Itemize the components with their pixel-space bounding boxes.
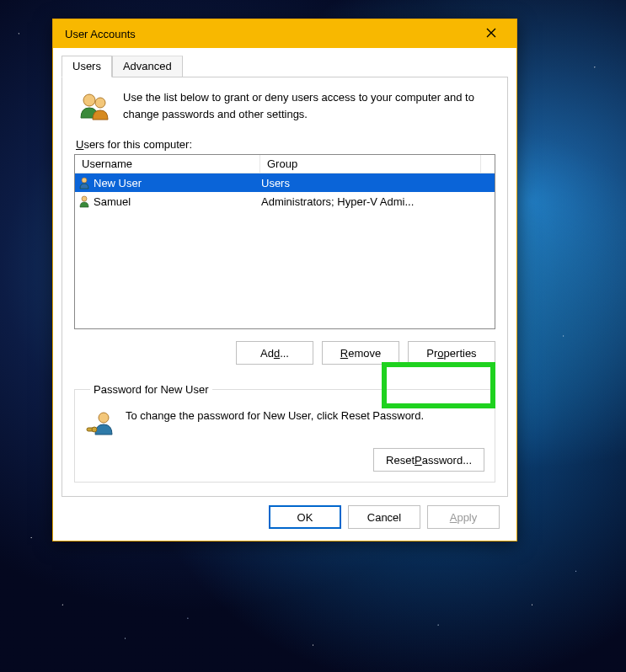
- column-header-username[interactable]: Username: [75, 155, 260, 173]
- tab-panel-users: Use the list below to grant or deny user…: [62, 77, 508, 497]
- titlebar[interactable]: User Accounts: [53, 19, 516, 48]
- apply-button[interactable]: Apply: [427, 505, 500, 529]
- tab-advanced[interactable]: Advanced: [112, 56, 183, 77]
- users-list-label: Users for this computer:: [76, 138, 495, 151]
- column-spacer: [481, 155, 495, 173]
- svg-point-6: [92, 427, 97, 432]
- svg-point-1: [95, 98, 105, 108]
- column-header-group[interactable]: Group: [260, 155, 481, 173]
- close-icon: [486, 28, 496, 40]
- cell-group: Administrators; Hyper-V Admi...: [260, 195, 495, 208]
- svg-point-2: [82, 178, 87, 183]
- listview-headers: Username Group: [75, 155, 495, 173]
- svg-point-0: [83, 94, 95, 106]
- svg-point-3: [82, 196, 87, 201]
- users-listview[interactable]: Username Group New UserUsersSamuelAdmini…: [74, 154, 495, 329]
- cancel-button[interactable]: Cancel: [348, 505, 420, 529]
- properties-button[interactable]: Properties: [408, 341, 495, 365]
- password-group-legend: Password for New User: [90, 383, 212, 396]
- table-row[interactable]: New UserUsers: [75, 173, 495, 192]
- user-icon: [78, 176, 91, 189]
- user-icon: [78, 195, 91, 208]
- password-help-text: To change the password for New User, cli…: [126, 408, 424, 424]
- ok-button[interactable]: OK: [269, 505, 341, 529]
- cell-username: New User: [75, 176, 260, 189]
- tab-users[interactable]: Users: [62, 56, 112, 77]
- users-icon: [78, 89, 111, 123]
- user-accounts-dialog: User Accounts Users Advanced: [52, 19, 517, 541]
- username-text: Samuel: [94, 195, 131, 208]
- reset-password-button[interactable]: Reset Password...: [373, 448, 484, 472]
- password-group: Password for New User To change the pass…: [74, 383, 495, 483]
- tab-strip: Users Advanced: [62, 56, 508, 77]
- cell-group: Users: [260, 177, 495, 189]
- key-user-icon: [85, 408, 115, 438]
- window-title: User Accounts: [65, 28, 473, 40]
- username-text: New User: [94, 177, 142, 189]
- intro-text: Use the list below to grant or deny user…: [123, 89, 492, 123]
- add-button[interactable]: Add...: [236, 341, 313, 365]
- remove-button[interactable]: Remove: [322, 341, 399, 365]
- svg-point-4: [99, 413, 109, 423]
- close-button[interactable]: [473, 22, 510, 45]
- table-row[interactable]: SamuelAdministrators; Hyper-V Admi...: [75, 192, 495, 211]
- cell-username: Samuel: [75, 195, 260, 208]
